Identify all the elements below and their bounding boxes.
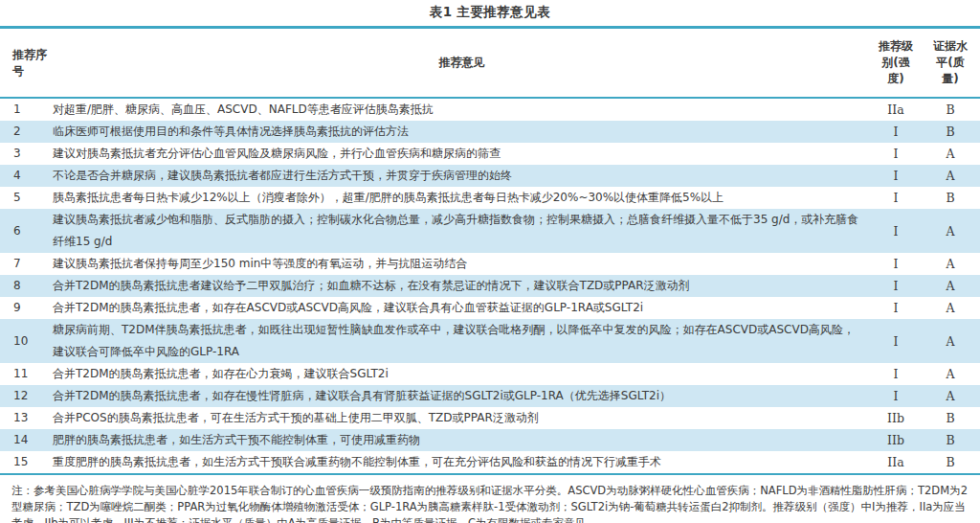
row-number: 9 [0,297,53,319]
row-number: 11 [0,363,53,385]
row-grade-value: I [871,165,921,187]
table-row: 15 重度肥胖的胰岛素抵抗患者，如生活方式干预联合减重药物不能控制体重，可在充分… [0,451,980,474]
row-grade-value: I [871,143,921,165]
row-number: 13 [0,407,53,429]
row-grade-value: I [871,121,921,143]
row-grade-value: I [871,363,921,385]
table-number-label: 表1 [430,4,453,19]
row-grade-value: IIa [871,98,921,121]
row-grade-value: IIb [871,429,921,451]
table-row: 8 合并T2DM的胰岛素抵抗患者建议给予二甲双胍治疗；如血糖不达标，在没有禁忌证… [0,275,980,297]
row-opinion-text: 临床医师可根据使用目的和条件等具体情况选择胰岛素抵抗的评估方法 [53,121,871,143]
row-opinion-text: 不论是否合并糖尿病，建议胰岛素抵抗者都应进行生活方式干预，并贯穿于疾病管理的始终 [53,165,871,187]
table-row: 4 不论是否合并糖尿病，建议胰岛素抵抗者都应进行生活方式干预，并贯穿于疾病管理的… [0,165,980,187]
row-number: 4 [0,165,53,187]
header-recommendation-opinion: 推荐意见 [53,28,871,99]
row-grade-value: I [871,275,921,297]
recommendations-table: 推荐序号 推荐意见 推荐级别(强度) 证据水平(质量) 1 对超重/肥胖、糖尿病… [0,26,980,475]
row-evidence-value: A [921,165,980,187]
row-evidence-value: B [921,451,980,474]
row-opinion-text: 糖尿病前期、T2DM伴胰岛素抵抗患者，如既往出现短暂性脑缺血发作或卒中，建议联合… [53,319,871,363]
header-recommendation-grade: 推荐级别(强度) [871,28,921,99]
row-number: 5 [0,187,53,209]
row-number: 7 [0,253,53,275]
table-row: 12 合并T2DM的胰岛素抵抗患者，如存在慢性肾脏病，建议联合具有肾脏获益证据的… [0,385,980,407]
table-body: 1 对超重/肥胖、糖尿病、高血压、ASCVD、NAFLD等患者应评估胰岛素抵抗 … [0,98,980,474]
row-evidence-value: B [921,429,980,451]
table-header-row: 推荐序号 推荐意见 推荐级别(强度) 证据水平(质量) [0,28,980,99]
row-opinion-text: 合并T2DM的胰岛素抵抗患者，如存在慢性肾脏病，建议联合具有肾脏获益证据的SGL… [53,385,871,407]
row-grade-value: I [871,385,921,407]
header-evidence-level: 证据水平(质量) [921,28,980,99]
row-grade-value: I [871,209,921,253]
row-grade-value: I [871,187,921,209]
row-number: 1 [0,98,53,121]
row-opinion-text: 对超重/肥胖、糖尿病、高血压、ASCVD、NAFLD等患者应评估胰岛素抵抗 [53,98,871,121]
row-opinion-text: 胰岛素抵抗患者每日热卡减少12%以上（消瘦者除外），超重/肥胖的胰岛素抵抗患者每… [53,187,871,209]
header-recommendation-no-label: 推荐序号 [12,47,51,80]
row-evidence-value: A [921,275,980,297]
row-number: 3 [0,143,53,165]
row-grade-value: IIb [871,407,921,429]
table-row: 10 糖尿病前期、T2DM伴胰岛素抵抗患者，如既往出现短暂性脑缺血发作或卒中，建… [0,319,980,363]
row-opinion-text: 肥胖的胰岛素抵抗患者，如生活方式干预不能控制体重，可使用减重药物 [53,429,871,451]
row-grade-value: IIa [871,451,921,474]
table-row: 3 建议对胰岛素抵抗者充分评估心血管风险及糖尿病风险，并行心血管疾病和糖尿病的筛… [0,143,980,165]
row-evidence-value: A [921,297,980,319]
row-opinion-text: 重度肥胖的胰岛素抵抗患者，如生活方式干预联合减重药物不能控制体重，可在充分评估风… [53,451,871,474]
table-row: 9 合并T2DM的胰岛素抵抗患者，如存在ASCVD或ASCVD高风险，建议联合具… [0,297,980,319]
row-grade-value: I [871,253,921,275]
header-recommendation-no: 推荐序号 [0,28,53,99]
table-row: 5 胰岛素抵抗患者每日热卡减少12%以上（消瘦者除外），超重/肥胖的胰岛素抵抗患… [0,187,980,209]
row-evidence-value: B [921,121,980,143]
table-row: 7 建议胰岛素抵抗者保持每周至少150 min中等强度的有氧运动，并与抗阻运动结… [0,253,980,275]
row-number: 6 [0,209,53,253]
table-row: 1 对超重/肥胖、糖尿病、高血压、ASCVD、NAFLD等患者应评估胰岛素抵抗 … [0,98,980,121]
row-number: 8 [0,275,53,297]
row-evidence-value: A [921,143,980,165]
row-opinion-text: 合并T2DM的胰岛素抵抗患者，如存在ASCVD或ASCVD高风险，建议联合具有心… [53,297,871,319]
row-number: 10 [0,319,53,363]
row-number: 15 [0,451,53,474]
header-recommendation-grade-label: 推荐级别(强度) [876,38,916,87]
row-number: 2 [0,121,53,143]
table-title-text: 主要推荐意见表 [457,4,550,19]
footnote: 注：参考美国心脏病学学院与美国心脏学2015年联合制订的心血管疾病一级预防指南的… [0,475,980,523]
row-evidence-value: B [921,187,980,209]
row-evidence-value: B [921,98,980,121]
page-title: 表1 主要推荐意见表 [0,0,980,26]
row-evidence-value: A [921,363,980,385]
paper-table-page: 表1 主要推荐意见表 推荐序号 推荐意见 推荐级别(强度) 证据水平(质量) 1 [0,0,980,523]
table-row: 2 临床医师可根据使用目的和条件等具体情况选择胰岛素抵抗的评估方法 I B [0,121,980,143]
row-evidence-value: A [921,253,980,275]
row-number: 12 [0,385,53,407]
row-opinion-text: 建议对胰岛素抵抗者充分评估心血管风险及糖尿病风险，并行心血管疾病和糖尿病的筛查 [53,143,871,165]
row-grade-value: I [871,297,921,319]
table-row: 11 合并T2DM的胰岛素抵抗患者，如存在心力衰竭，建议联合SGLT2i I A [0,363,980,385]
row-number: 14 [0,429,53,451]
row-grade-value: I [871,319,921,363]
table-row: 6 建议胰岛素抵抗者减少饱和脂肪、反式脂肪的摄入；控制碳水化合物总量，减少高升糖… [0,209,980,253]
row-opinion-text: 合并PCOS的胰岛素抵抗患者，可在生活方式干预的基础上使用二甲双胍、TZD或PP… [53,407,871,429]
row-opinion-text: 建议胰岛素抵抗者减少饱和脂肪、反式脂肪的摄入；控制碳水化合物总量，减少高升糖指数… [53,209,871,253]
table-row: 14 肥胖的胰岛素抵抗患者，如生活方式干预不能控制体重，可使用减重药物 IIb … [0,429,980,451]
row-evidence-value: B [921,407,980,429]
table-row: 13 合并PCOS的胰岛素抵抗患者，可在生活方式干预的基础上使用二甲双胍、TZD… [0,407,980,429]
row-opinion-text: 合并T2DM的胰岛素抵抗患者，如存在心力衰竭，建议联合SGLT2i [53,363,871,385]
header-evidence-level-label: 证据水平(质量) [930,38,970,87]
row-opinion-text: 合并T2DM的胰岛素抵抗患者建议给予二甲双胍治疗；如血糖不达标，在没有禁忌证的情… [53,275,871,297]
row-evidence-value: A [921,385,980,407]
row-evidence-value: A [921,209,980,253]
row-opinion-text: 建议胰岛素抵抗者保持每周至少150 min中等强度的有氧运动，并与抗阻运动结合 [53,253,871,275]
row-evidence-value: A [921,319,980,363]
